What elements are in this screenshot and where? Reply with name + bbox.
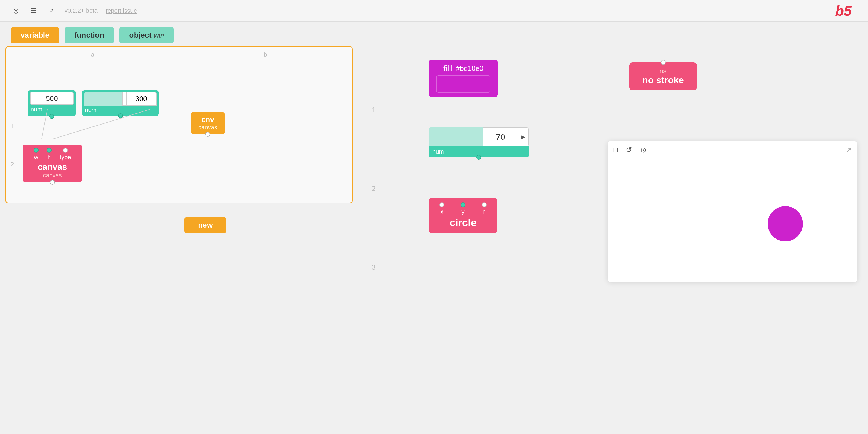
preview-panel: □ ↺ ⊙ ↗	[608, 141, 857, 282]
toolbar: variable function object WIP	[11, 27, 174, 43]
fill-color-preview	[436, 75, 490, 93]
canvas-w-label: w	[34, 154, 38, 161]
panel-col-b-label: b	[264, 51, 267, 58]
function-button[interactable]: function	[65, 27, 114, 43]
right-row-2-label: 2	[372, 184, 375, 193]
preview-canvas	[608, 163, 857, 282]
circle-y-port[interactable]	[461, 203, 465, 207]
version-label: v0.2.2+ beta	[65, 7, 98, 14]
canvas-h-label: h	[48, 154, 51, 161]
num-300-label: num	[85, 106, 97, 113]
nostroke-top-port[interactable]	[661, 60, 665, 65]
fill-value: #bd10e0	[456, 64, 484, 73]
num-500-label: num	[28, 105, 76, 114]
canvas-title: canvas	[38, 162, 67, 172]
preview-refresh-icon[interactable]: ↺	[626, 145, 632, 154]
app-logo: b5	[835, 3, 852, 19]
preview-expand-icon[interactable]: ↗	[845, 145, 852, 154]
variable-button[interactable]: variable	[11, 27, 59, 43]
num-500-input[interactable]	[30, 92, 73, 105]
cnv-output[interactable]	[205, 132, 210, 137]
report-issue-link[interactable]: report issue	[106, 7, 137, 14]
num-300-output[interactable]	[118, 113, 123, 118]
fill-node: fill #bd10e0	[429, 60, 498, 97]
list-icon[interactable]: ☰	[29, 6, 38, 16]
canvas-subtitle: canvas	[43, 172, 62, 179]
num-70-output[interactable]	[476, 155, 481, 160]
circle-title: circle	[450, 217, 476, 229]
canvas-node: w h type canvas canvas	[23, 145, 82, 182]
circle-node: x y r circle	[429, 198, 497, 233]
nostroke-abbr: ns	[660, 67, 666, 75]
circle-y-label: y	[462, 208, 465, 215]
panel-col-a-label: a	[91, 51, 94, 58]
right-area: a b 1 2 3 fill #bd10e0 ns no stroke ▶ nu…	[364, 0, 868, 434]
canvas-type-port[interactable]	[63, 148, 68, 153]
num-500-output[interactable]	[50, 114, 54, 119]
cnv-subtitle: canvas	[198, 124, 217, 131]
canvas-w-port[interactable]	[34, 148, 38, 153]
num-70-input[interactable]	[483, 127, 518, 147]
preview-camera-icon[interactable]: ⊙	[640, 145, 646, 154]
num-500-node: num	[28, 90, 76, 116]
preview-toolbar: □ ↺ ⊙ ↗	[608, 141, 857, 159]
nostroke-node: ns no stroke	[629, 62, 697, 90]
cnv-node: cnv canvas	[191, 112, 225, 134]
canvas-h-port[interactable]	[46, 148, 52, 153]
circle-x-label: x	[440, 208, 443, 215]
canvas-output[interactable]	[50, 180, 55, 185]
fill-keyword: fill	[443, 64, 452, 73]
circle-r-port[interactable]	[482, 203, 487, 207]
num-70-node: ▶ num	[429, 127, 529, 157]
right-row-1-label: 1	[372, 106, 375, 114]
export-icon[interactable]: ↗	[46, 6, 56, 16]
num-300-node: num	[82, 90, 159, 116]
preview-square-icon[interactable]: □	[613, 146, 618, 154]
panel-row-2-label: 2	[10, 161, 14, 168]
canvas-type-label: type	[60, 154, 71, 161]
function-panel: a b 1 2 num num w h	[5, 46, 352, 204]
object-label: object	[129, 31, 151, 39]
circle-x-port[interactable]	[439, 203, 444, 207]
object-button[interactable]: object WIP	[119, 27, 174, 43]
panel-row-1-label: 1	[10, 123, 14, 130]
cnv-title: cnv	[201, 115, 214, 124]
target-icon[interactable]: ◎	[11, 6, 21, 16]
wip-label: WIP	[154, 33, 164, 39]
nostroke-title: no stroke	[642, 75, 684, 86]
right-row-3-label: 3	[372, 263, 375, 272]
num-70-arrow[interactable]: ▶	[518, 127, 529, 147]
topbar: ◎ ☰ ↗ v0.2.2+ beta report issue b5	[0, 0, 868, 22]
num-70-label: num	[432, 148, 444, 155]
circle-r-label: r	[483, 208, 485, 215]
preview-circle	[768, 206, 803, 241]
new-button[interactable]: new	[184, 217, 226, 233]
num-300-input[interactable]	[127, 92, 156, 105]
